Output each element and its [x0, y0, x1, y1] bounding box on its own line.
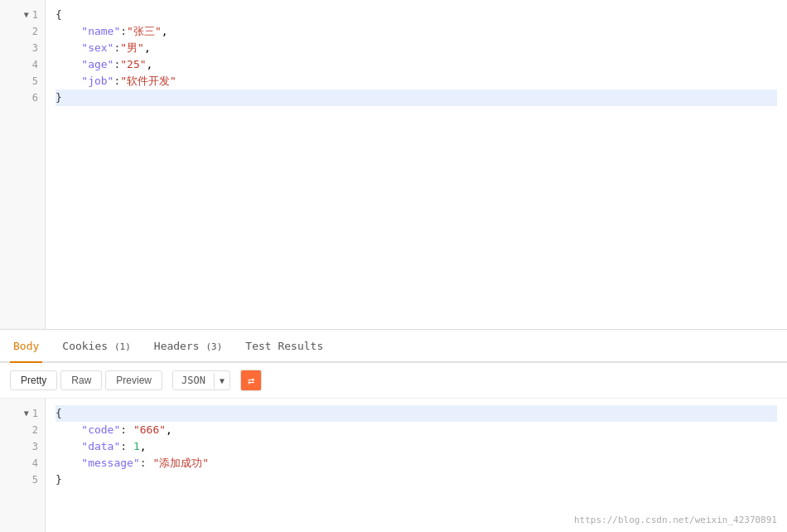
req-code-line-6: }: [56, 89, 777, 106]
resp-line-num-2: 2: [32, 422, 38, 438]
resp-line-num-4: 4: [32, 455, 38, 472]
view-preview-button[interactable]: Preview: [105, 370, 162, 390]
collapse-arrow-1[interactable]: ▼: [24, 7, 29, 23]
tab-headers-label: Headers (3): [154, 340, 223, 352]
resp-collapse-arrow-1[interactable]: ▼: [24, 405, 29, 422]
wrap-button[interactable]: ⇄: [240, 370, 262, 391]
request-body-panel: ▼ 1 2 3 4 5 6 { "name":"张三", "sex":"男", …: [0, 0, 787, 330]
resp-code-line-5: }: [56, 472, 777, 488]
format-select[interactable]: JSON ▼: [172, 370, 230, 390]
format-dropdown-arrow[interactable]: ▼: [214, 373, 229, 389]
response-code-content[interactable]: { "code": "666", "data": 1, "message": "…: [46, 399, 787, 532]
req-code-line-5: "job":"软件开发": [56, 73, 777, 89]
request-code-editor[interactable]: ▼ 1 2 3 4 5 6 { "name":"张三", "sex":"男", …: [0, 0, 787, 329]
line-num-3: 3: [32, 40, 38, 56]
request-code-content[interactable]: { "name":"张三", "sex":"男", "age":"25", "j…: [46, 0, 787, 329]
line-num-2: 2: [32, 23, 38, 40]
resp-code-line-3: "data": 1,: [56, 438, 777, 455]
line-num-1: ▼ 1: [24, 7, 38, 23]
tab-body-label: Body: [13, 340, 39, 352]
resp-code-line-2: "code": "666",: [56, 422, 777, 438]
tab-cookies[interactable]: Cookies (1): [59, 330, 134, 363]
line-num-6: 6: [32, 89, 38, 106]
line-num-4: 4: [32, 56, 38, 73]
req-code-line-3: "sex":"男",: [56, 40, 777, 56]
resp-line-num-5: 5: [32, 472, 38, 488]
view-raw-button[interactable]: Raw: [60, 370, 102, 390]
tab-body[interactable]: Body: [10, 330, 42, 363]
watermark: https://blog.csdn.net/weixin_42370891: [574, 515, 777, 525]
tab-test-results-label: Test Results: [245, 340, 323, 352]
response-code-editor[interactable]: ▼ 1 2 3 4 5 { "code": "666", "data": 1, …: [0, 399, 787, 532]
response-panel: Body Cookies (1) Headers (3) Test Result…: [0, 330, 787, 532]
resp-code-line-4: "message": "添加成功": [56, 455, 777, 472]
view-pretty-button[interactable]: Pretty: [10, 370, 57, 390]
line-num-5: 5: [32, 73, 38, 89]
req-code-line-4: "age":"25",: [56, 56, 777, 73]
response-toolbar: Pretty Raw Preview JSON ▼ ⇄: [0, 363, 787, 399]
resp-code-line-1: {: [56, 405, 777, 422]
resp-line-num-3: 3: [32, 438, 38, 455]
resp-line-num-1: ▼ 1: [24, 405, 38, 422]
format-label: JSON: [173, 371, 214, 389]
req-code-line-1: {: [56, 7, 777, 23]
tab-headers[interactable]: Headers (3): [151, 330, 226, 363]
request-line-numbers: ▼ 1 2 3 4 5 6: [0, 0, 46, 329]
tab-cookies-label: Cookies (1): [62, 340, 131, 352]
tab-test-results[interactable]: Test Results: [242, 330, 326, 363]
wrap-icon: ⇄: [248, 374, 254, 387]
req-code-line-2: "name":"张三",: [56, 23, 777, 40]
response-tabs-bar: Body Cookies (1) Headers (3) Test Result…: [0, 330, 787, 363]
response-line-numbers: ▼ 1 2 3 4 5: [0, 399, 46, 532]
